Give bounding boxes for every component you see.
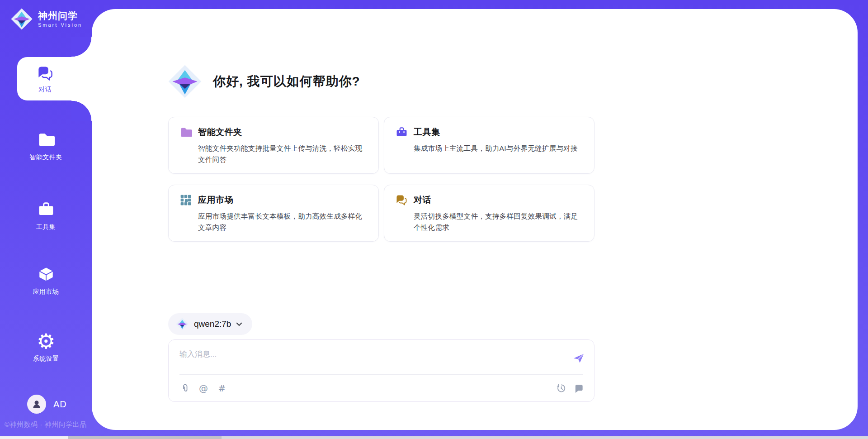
model-selector[interactable]: qwen2:7b (168, 313, 252, 335)
horizontal-scrollbar[interactable] (0, 436, 868, 439)
chat-icon (395, 194, 408, 206)
sidebar-item-smart-folder[interactable]: 智能文件夹 (0, 130, 92, 162)
card-description: 智能文件夹功能支持批量文件上传与清洗，轻松实现文件问答 (179, 143, 368, 165)
attach-file-icon[interactable] (179, 383, 190, 394)
active-tab-curve-bottom (71, 100, 92, 121)
scrollbar-corner (0, 436, 68, 439)
message-composer: @ # (168, 339, 594, 402)
avatar (27, 395, 46, 414)
chevron-down-icon (236, 322, 242, 326)
model-name: qwen2:7b (194, 319, 231, 329)
greeting-title: 你好, 我可以如何帮助你? (213, 73, 360, 90)
sidebar: 神州问学 Smart Vision 对话 智能文件夹 工具集 应用市场 ⚙ 系统… (0, 0, 92, 439)
mention-icon[interactable]: @ (198, 383, 209, 394)
brand-subtitle: Smart Vision (38, 22, 82, 28)
card-description: 应用市场提供丰富长文本模板，助力高效生成多样化文章内容 (179, 210, 368, 233)
model-diamond-icon (175, 317, 189, 331)
scrollbar-thumb[interactable] (68, 436, 222, 439)
sidebar-item-toolset[interactable]: 工具集 (0, 200, 92, 231)
gear-icon: ⚙ (37, 332, 56, 351)
card-title: 智能文件夹 (198, 126, 242, 138)
active-tab-curve-top (71, 37, 92, 57)
card-app-market[interactable]: 应用市场 应用市场提供丰富长文本模板，助力高效生成多样化文章内容 (168, 185, 379, 242)
history-icon[interactable] (556, 383, 566, 394)
sidebar-item-chat[interactable]: 对话 (17, 57, 92, 100)
message-input[interactable] (169, 340, 557, 372)
feature-cards: 智能文件夹 智能文件夹功能支持批量文件上传与清洗，轻松实现文件问答 工具集 集成… (168, 117, 594, 242)
person-icon (31, 398, 42, 410)
user-name: AD (53, 399, 67, 410)
brand-name: 神州问学 (38, 10, 82, 21)
sidebar-item-label: 系统设置 (33, 355, 59, 363)
card-title: 对话 (414, 194, 431, 206)
copyright-footer: ©神州数码 · 神州问学出品 (5, 420, 86, 429)
greeting-block: 你好, 我可以如何帮助你? (167, 63, 360, 100)
brand-diamond-icon (10, 7, 33, 31)
card-toolset[interactable]: 工具集 集成市场上主流工具，助力AI与外界无缝扩展与对接 (384, 117, 594, 174)
sidebar-item-app-market[interactable]: 应用市场 (0, 265, 92, 296)
sidebar-item-settings[interactable]: ⚙ 系统设置 (0, 332, 92, 363)
folder-icon (179, 126, 192, 138)
card-title: 工具集 (414, 126, 440, 138)
assistant-diamond-icon (167, 63, 203, 100)
user-account[interactable]: AD (27, 395, 67, 414)
card-smart-folder[interactable]: 智能文件夹 智能文件夹功能支持批量文件上传与清洗，轻松实现文件问答 (168, 117, 379, 174)
brand-logo: 神州问学 Smart Vision (10, 7, 82, 31)
card-description: 灵活切换多模型文件，支持多样回复效果调试，满足个性化需求 (395, 210, 583, 233)
folder-icon (37, 130, 56, 149)
toolbox-icon (395, 126, 408, 138)
chat-icon (36, 64, 55, 83)
hashtag-icon[interactable]: # (217, 383, 227, 394)
cube-icon (37, 265, 56, 284)
sidebar-item-label: 工具集 (36, 223, 56, 231)
card-chat[interactable]: 对话 灵活切换多模型文件，支持多样回复效果调试，满足个性化需求 (384, 185, 594, 242)
toolbox-icon (37, 200, 56, 219)
sidebar-item-label: 智能文件夹 (29, 153, 62, 162)
card-title: 应用市场 (198, 194, 233, 206)
new-chat-bubble-icon[interactable] (573, 383, 584, 394)
sidebar-item-label: 应用市场 (33, 288, 59, 296)
card-description: 集成市场上主流工具，助力AI与外界无缝扩展与对接 (395, 143, 583, 154)
send-icon[interactable] (572, 352, 585, 364)
sidebar-item-label: 对话 (39, 86, 52, 94)
grid-icon (179, 194, 192, 206)
